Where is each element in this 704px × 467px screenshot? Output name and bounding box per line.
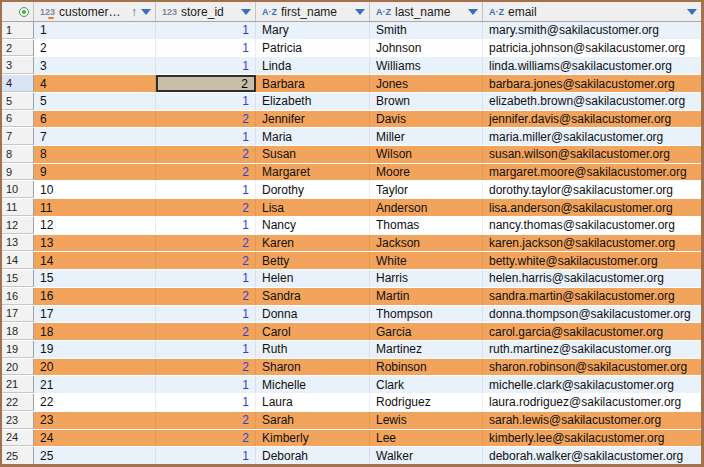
cell-last-name[interactable]: Lee	[370, 430, 483, 447]
cell-last-name[interactable]: Brown	[370, 93, 483, 110]
cell-customer-id[interactable]: 12	[34, 217, 156, 234]
cell-last-name[interactable]: Jackson	[370, 235, 483, 252]
cell-last-name[interactable]: Wilson	[370, 146, 483, 163]
cell-last-name[interactable]: Moore	[370, 164, 483, 181]
cell-last-name[interactable]: Robinson	[370, 359, 483, 376]
cell-store-id[interactable]: 1	[156, 217, 256, 234]
cell-email[interactable]: donna.thompson@sakilacustomer.org	[483, 306, 701, 323]
cell-customer-id[interactable]: 22	[34, 394, 156, 411]
row-number[interactable]: 16	[2, 288, 34, 305]
column-header-email[interactable]: A·Z email	[483, 2, 701, 21]
cell-first-name[interactable]: Betty	[256, 252, 370, 269]
cell-last-name[interactable]: Williams	[370, 57, 483, 74]
cell-store-id[interactable]: 1	[156, 128, 256, 145]
filter-dropdown-icon[interactable]	[355, 9, 365, 15]
cell-last-name[interactable]: Garcia	[370, 323, 483, 340]
cell-email[interactable]: sharon.robinson@sakilacustomer.org	[483, 359, 701, 376]
cell-first-name[interactable]: Deborah	[256, 447, 370, 464]
row-number[interactable]: 8	[2, 146, 34, 163]
cell-store-id[interactable]: 2	[156, 252, 256, 269]
cell-customer-id[interactable]: 6	[34, 111, 156, 128]
column-header-customer_id[interactable]: 123 customer_id ↑	[34, 2, 156, 21]
cell-first-name[interactable]: Sarah	[256, 412, 370, 429]
cell-first-name[interactable]: Elizabeth	[256, 93, 370, 110]
row-number[interactable]: 25	[2, 447, 34, 464]
cell-store-id[interactable]: 2	[156, 430, 256, 447]
cell-last-name[interactable]: Anderson	[370, 199, 483, 216]
cell-customer-id[interactable]: 25	[34, 447, 156, 464]
cell-email[interactable]: ruth.martinez@sakilacustomer.org	[483, 341, 701, 358]
filter-dropdown-icon[interactable]	[468, 9, 478, 15]
row-number[interactable]: 13	[2, 235, 34, 252]
row-number[interactable]: 18	[2, 323, 34, 340]
cell-first-name[interactable]: Carol	[256, 323, 370, 340]
cell-last-name[interactable]: Thomas	[370, 217, 483, 234]
cell-last-name[interactable]: Johnson	[370, 40, 483, 57]
cell-last-name[interactable]: Martin	[370, 288, 483, 305]
row-number[interactable]: 1	[2, 22, 34, 39]
cell-email[interactable]: laura.rodriguez@sakilacustomer.org	[483, 394, 701, 411]
cell-first-name[interactable]: Helen	[256, 270, 370, 287]
cell-last-name[interactable]: Miller	[370, 128, 483, 145]
cell-first-name[interactable]: Michelle	[256, 376, 370, 393]
cell-email[interactable]: elizabeth.brown@sakilacustomer.org	[483, 93, 701, 110]
cell-last-name[interactable]: Taylor	[370, 181, 483, 198]
cell-store-id[interactable]: 1	[156, 376, 256, 393]
row-number[interactable]: 5	[2, 93, 34, 110]
cell-last-name[interactable]: Lewis	[370, 412, 483, 429]
row-number[interactable]: 4	[2, 75, 34, 92]
cell-email[interactable]: lisa.anderson@sakilacustomer.org	[483, 199, 701, 216]
cell-first-name[interactable]: Barbara	[256, 75, 370, 92]
cell-first-name[interactable]: Maria	[256, 128, 370, 145]
cell-customer-id[interactable]: 21	[34, 376, 156, 393]
column-header-first_name[interactable]: A·Z first_name	[256, 2, 370, 21]
cell-store-id[interactable]: 1	[156, 40, 256, 57]
cell-email[interactable]: mary.smith@sakilacustomer.org	[483, 22, 701, 39]
cell-store-id[interactable]: 2	[156, 111, 256, 128]
cell-customer-id[interactable]: 14	[34, 252, 156, 269]
filter-dropdown-icon[interactable]	[241, 9, 251, 15]
cell-customer-id[interactable]: 7	[34, 128, 156, 145]
cell-last-name[interactable]: Harris	[370, 270, 483, 287]
cell-first-name[interactable]: Dorothy	[256, 181, 370, 198]
cell-email[interactable]: susan.wilson@sakilacustomer.org	[483, 146, 701, 163]
cell-customer-id[interactable]: 15	[34, 270, 156, 287]
cell-store-id[interactable]: 2	[156, 164, 256, 181]
cell-customer-id[interactable]: 2	[34, 40, 156, 57]
cell-customer-id[interactable]: 20	[34, 359, 156, 376]
row-number[interactable]: 19	[2, 341, 34, 358]
cell-email[interactable]: carol.garcia@sakilacustomer.org	[483, 323, 701, 340]
row-number[interactable]: 20	[2, 359, 34, 376]
cell-first-name[interactable]: Mary	[256, 22, 370, 39]
cell-email[interactable]: maria.miller@sakilacustomer.org	[483, 128, 701, 145]
cell-customer-id[interactable]: 18	[34, 323, 156, 340]
cell-store-id[interactable]: 2	[156, 75, 256, 92]
row-number[interactable]: 2	[2, 40, 34, 57]
row-number[interactable]: 24	[2, 430, 34, 447]
cell-email[interactable]: barbara.jones@sakilacustomer.org	[483, 75, 701, 92]
cell-last-name[interactable]: Martinez	[370, 341, 483, 358]
row-number[interactable]: 9	[2, 164, 34, 181]
cell-email[interactable]: betty.white@sakilacustomer.org	[483, 252, 701, 269]
cell-last-name[interactable]: Walker	[370, 447, 483, 464]
cell-store-id[interactable]: 2	[156, 412, 256, 429]
filter-dropdown-icon[interactable]	[141, 9, 151, 15]
cell-email[interactable]: helen.harris@sakilacustomer.org	[483, 270, 701, 287]
cell-first-name[interactable]: Patricia	[256, 40, 370, 57]
cell-store-id[interactable]: 1	[156, 306, 256, 323]
cell-first-name[interactable]: Karen	[256, 235, 370, 252]
cell-customer-id[interactable]: 4	[34, 75, 156, 92]
cell-first-name[interactable]: Nancy	[256, 217, 370, 234]
row-number[interactable]: 17	[2, 306, 34, 323]
cell-customer-id[interactable]: 9	[34, 164, 156, 181]
cell-store-id[interactable]: 2	[156, 235, 256, 252]
cell-email[interactable]: linda.williams@sakilacustomer.org	[483, 57, 701, 74]
cell-email[interactable]: deborah.walker@sakilacustomer.org	[483, 447, 701, 464]
cell-last-name[interactable]: Clark	[370, 376, 483, 393]
column-header-store_id[interactable]: 123 store_id	[156, 2, 256, 21]
cell-first-name[interactable]: Sharon	[256, 359, 370, 376]
cell-email[interactable]: michelle.clark@sakilacustomer.org	[483, 376, 701, 393]
row-number[interactable]: 11	[2, 199, 34, 216]
row-number[interactable]: 3	[2, 57, 34, 74]
cell-first-name[interactable]: Laura	[256, 394, 370, 411]
